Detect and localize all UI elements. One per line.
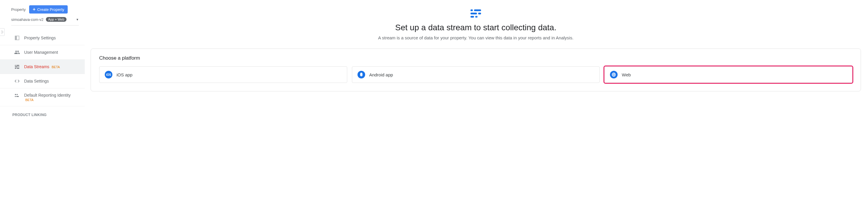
panel-title: Choose a platform <box>99 55 852 61</box>
svg-rect-2 <box>15 66 18 67</box>
data-streams-icon <box>14 64 20 70</box>
sidebar-item-label: User Management <box>24 50 58 54</box>
sidebar-item-data-settings[interactable]: Data Settings <box>0 74 85 88</box>
svg-rect-3 <box>18 66 19 67</box>
svg-rect-13 <box>478 13 481 14</box>
platform-card-web[interactable]: Web <box>604 66 852 83</box>
create-property-label: Create Property <box>37 7 64 12</box>
chevron-down-icon: ▼ <box>76 18 79 21</box>
sidebar-section-product-linking: PRODUCT LINKING <box>0 106 85 120</box>
sidebar-item-label: Data Settings <box>24 79 49 83</box>
svg-rect-11 <box>474 9 481 11</box>
main-content: Set up a data stream to start collecting… <box>85 0 868 120</box>
identity-icon <box>14 93 20 99</box>
platform-card-android[interactable]: Android app <box>352 66 600 83</box>
sidebar-item-data-streams[interactable]: Data Streams BETA <box>0 60 85 74</box>
svg-rect-8 <box>15 96 16 97</box>
property-selector[interactable]: simoahava-com-v2 App + Web ▼ <box>11 17 79 26</box>
svg-rect-15 <box>475 16 477 17</box>
svg-rect-9 <box>17 96 19 97</box>
plus-icon: + <box>33 7 35 12</box>
sidebar-item-user-management[interactable]: User Management <box>0 45 85 60</box>
beta-badge: BETA <box>25 98 71 102</box>
data-streams-hero-icon <box>470 9 482 18</box>
globe-icon <box>610 71 618 78</box>
svg-rect-12 <box>470 13 477 14</box>
svg-rect-0 <box>15 65 16 66</box>
platform-label: Web <box>622 72 631 77</box>
selected-property: simoahava-com-v2 <box>11 17 43 22</box>
svg-rect-6 <box>15 94 17 95</box>
hero-title: Set up a data stream to start collecting… <box>91 23 861 32</box>
sidebar-collapse-button[interactable] <box>0 28 5 36</box>
svg-rect-7 <box>17 94 18 95</box>
code-icon <box>14 78 20 84</box>
svg-rect-5 <box>17 68 19 69</box>
sidebar-item-label: Data Streams <box>24 64 50 69</box>
create-property-button[interactable]: + Create Property <box>29 5 68 13</box>
users-icon <box>14 49 20 55</box>
sidebar-item-label: Property Settings <box>24 36 56 40</box>
settings-panel-icon <box>14 35 20 41</box>
svg-rect-14 <box>470 16 474 17</box>
collapse-icon <box>1 30 4 34</box>
property-label: Property <box>11 7 26 12</box>
ios-icon: iOS <box>105 71 113 78</box>
sidebar: Property + Create Property simoahava-com… <box>0 0 85 120</box>
platform-label: iOS app <box>117 72 132 77</box>
property-type-badge: App + Web <box>46 17 67 22</box>
hero-subtitle: A stream is a source of data for your pr… <box>91 35 861 40</box>
sidebar-item-label: Default Reporting Identity <box>24 93 71 98</box>
svg-rect-4 <box>15 68 17 69</box>
sidebar-nav: Property Settings User Management Data S… <box>0 31 85 120</box>
sidebar-item-property-settings[interactable]: Property Settings <box>0 31 85 45</box>
platform-label: Android app <box>369 72 393 77</box>
platform-panel: Choose a platform iOS iOS app Android ap… <box>91 48 861 92</box>
svg-rect-1 <box>17 65 20 66</box>
hero: Set up a data stream to start collecting… <box>91 9 861 40</box>
beta-badge: BETA <box>52 65 60 69</box>
svg-rect-10 <box>470 9 473 11</box>
sidebar-item-default-reporting-identity[interactable]: Default Reporting Identity BETA <box>0 88 85 106</box>
android-icon <box>358 71 365 78</box>
platform-card-ios[interactable]: iOS iOS app <box>99 66 347 83</box>
